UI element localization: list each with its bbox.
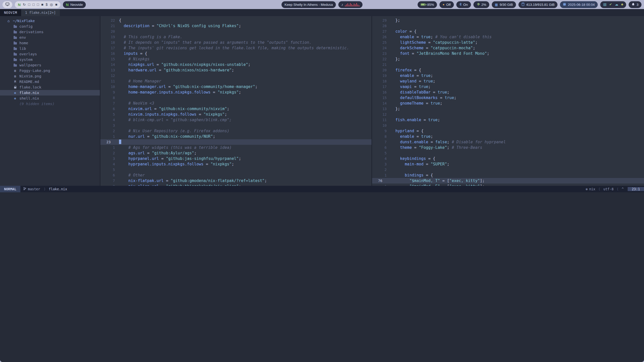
code-line[interactable]: 6 nixvim.url = "github:nix-community/nix…	[100, 106, 372, 112]
tree-item-foggy-lake-png[interactable]: ▨Foggy-Lake.png	[0, 68, 100, 73]
code-line[interactable]: 6 theme = "Foggy-Lake"; # Three-Bears	[372, 145, 644, 150]
code-line[interactable]: 18 wayland = true;	[372, 78, 644, 84]
screen-share-icon[interactable]: ▤	[603, 3, 607, 6]
tree-item-readme-md[interactable]: MREADME.md	[0, 79, 100, 84]
code-line[interactable]: 2 ags.url = "github:Aylur/ags";	[100, 150, 372, 156]
workspace-2[interactable]: □	[28, 3, 30, 6]
workspace-neovim[interactable]: N	[18, 3, 21, 7]
code-line[interactable]: 17 vaapi = true;	[372, 84, 644, 89]
tree-item-flake-nix[interactable]: ✻flake.nix	[0, 90, 100, 96]
code-line[interactable]: 2 # Nix User Repository (e.g. Firefox ad…	[100, 128, 372, 134]
code-line[interactable]: 12	[372, 112, 644, 117]
code-line[interactable]: 29 };	[372, 18, 644, 23]
code-line[interactable]: 17 # The inputs' git revisions get locke…	[100, 45, 372, 51]
code-line[interactable]: 19 # This config is a Flake.	[100, 34, 372, 40]
code-line[interactable]: 18 # It depends on "inputs" that are pas…	[100, 40, 372, 45]
battery-module[interactable]: 85%	[418, 1, 437, 8]
cpu-module[interactable]: 2%	[473, 1, 490, 8]
code-line[interactable]: 19 enable = true;	[372, 73, 644, 78]
workspace-refresh[interactable]: ↻	[23, 3, 26, 6]
code-line[interactable]: 22 };	[372, 56, 644, 62]
code-line[interactable]: 76 "$mainMod, T" = ["exec, kitty"];	[372, 178, 644, 184]
code-line[interactable]: 7 dunst.enable = false; # Disable for hy…	[372, 139, 644, 145]
code-line[interactable]: 3 main-mod = "SUPER";	[372, 161, 644, 167]
code-line[interactable]: 4 # blink-cmp.url = "github:saghen/blink…	[100, 117, 372, 123]
code-line[interactable]: 1 nur.url = "github:nix-community/NUR";	[100, 134, 372, 139]
workspace-terminal[interactable]: $	[46, 3, 48, 6]
workspace-3[interactable]: □	[32, 3, 34, 6]
media-title-pill[interactable]: Keep Shelly In Athens - Medusa	[281, 1, 336, 8]
code-line[interactable]: 5	[100, 167, 372, 172]
code-line[interactable]: 22{	[100, 18, 372, 23]
code-line[interactable]: 16 inputs = {	[100, 51, 372, 56]
tree-item-wallpapers[interactable]: wallpapers	[0, 62, 100, 68]
tree-item-overlays[interactable]: overlays	[0, 51, 100, 57]
code-line[interactable]: 6 # Other	[100, 172, 372, 178]
tree-item-env[interactable]: env	[0, 35, 100, 40]
code-line[interactable]: 1 "$mainMod, E" = ["exec, kitty"];	[372, 184, 644, 186]
code-line[interactable]: 9 home-manager.inputs.nixpkgs.follows = …	[100, 89, 372, 95]
code-line[interactable]: 25 lightScheme = "catppuccin-latte";	[372, 40, 644, 45]
tree-item-home[interactable]: home	[0, 40, 100, 46]
code-line[interactable]: 7 # NeoVim <3	[100, 101, 372, 106]
code-line[interactable]: 13 };	[372, 106, 644, 112]
code-line[interactable]: 8 nix-alien.url = "github:thiagokokada/n…	[100, 184, 372, 186]
workspace-6[interactable]: ■	[55, 3, 57, 6]
code-line[interactable]: 10 home-manager.url = "github:nix-commun…	[100, 84, 372, 89]
tree-item-derivations[interactable]: derivations	[0, 29, 100, 35]
tree-item-nixvim-png[interactable]: ▨NixVim.png	[0, 73, 100, 79]
code-line[interactable]: 24 darkScheme = "catppuccin-mocha";	[372, 45, 644, 51]
clover-icon[interactable]: ♣	[621, 3, 623, 6]
code-line[interactable]: 11 fish.enable = true;	[372, 117, 644, 123]
check-icon[interactable]: ✔	[609, 3, 612, 6]
code-line[interactable]: 12	[100, 73, 372, 78]
tree-item-lib[interactable]: lib	[0, 46, 100, 51]
bluetooth-module[interactable]: On	[456, 1, 471, 8]
active-window-pill[interactable]: N Neovide	[63, 1, 86, 8]
code-line[interactable]: 4 keybindings = {	[372, 156, 644, 161]
workspace-target[interactable]: ◎	[50, 3, 53, 6]
code-line[interactable]: 3	[100, 123, 372, 128]
code-line[interactable]: 4 hyprpanel.inputs.nixpkgs.follows = "ni…	[100, 161, 372, 167]
clock-module[interactable]: 2025-06-18 00:04	[560, 1, 598, 8]
code-line[interactable]: 21	[372, 62, 644, 67]
code-line[interactable]: 23 font = "JetBrainsMono Nerd Font Mono"…	[372, 51, 644, 56]
code-line[interactable]: 8	[100, 95, 372, 101]
code-line[interactable]: 10	[372, 123, 644, 128]
tree-item-nixflake[interactable]: ⌂~/NixFlake	[0, 18, 100, 24]
hidden-items-note[interactable]: (9 hidden items)	[0, 101, 100, 107]
code-line[interactable]: 26 enable = true; # You can't disable th…	[372, 34, 644, 40]
tree-item-config[interactable]: config	[0, 24, 100, 29]
workspace-5[interactable]: ■	[41, 3, 43, 6]
code-line[interactable]: 1 # Ags for widgets (this was a terrible…	[100, 145, 372, 150]
code-line[interactable]: 20	[100, 29, 372, 34]
code-line[interactable]: 11 # Home Manager	[100, 78, 372, 84]
tree-item-system[interactable]: system	[0, 57, 100, 62]
cloud-icon[interactable]: ☁	[615, 3, 618, 6]
code-line[interactable]: 14 nixpkgs.url = "github:nixos/nixpkgs/n…	[100, 62, 372, 67]
workspace-4[interactable]: □	[37, 3, 39, 6]
code-line[interactable]: 15 # Nixpkgs	[100, 56, 372, 62]
code-line[interactable]: 27 color = {	[372, 29, 644, 34]
notifications-module[interactable]: 3	[629, 1, 641, 8]
tree-item-shell-nix[interactable]: ✻shell.nix	[0, 96, 100, 101]
code-line[interactable]: 14 gnomeTheme = true;	[372, 101, 644, 106]
code-line[interactable]: 16 disableTabBar = true;	[372, 89, 644, 95]
code-line[interactable]: 28	[372, 23, 644, 29]
code-line[interactable]: 7 nix-flatpak.url = "github:gmodena/nix-…	[100, 178, 372, 184]
idle-inhibitor-module[interactable]: ● Off	[439, 1, 454, 8]
code-line[interactable]: 2	[372, 167, 644, 172]
code-line[interactable]: 8 enable = true;	[372, 134, 644, 139]
code-line[interactable]: 9 hyprland = {	[372, 128, 644, 134]
tree-item-flake-lock[interactable]: flake.lock	[0, 84, 100, 90]
memory-module[interactable]: ▦ 9/30 GiB	[492, 1, 516, 8]
code-line[interactable]: 5 nixvim.inputs.nixpkgs.follows = "nixpk…	[100, 112, 372, 117]
code-line[interactable]: 21 description = "ChUrl's NixOS config u…	[100, 23, 372, 29]
buffer-tab[interactable]: 1 flake.nix[2+]	[21, 9, 60, 16]
media-visualizer-pill[interactable]: ♪	[338, 1, 363, 8]
code-line[interactable]: 3 hyprpanel.url = "github:jas-singhfsu/h…	[100, 156, 372, 161]
launcher-button[interactable]	[3, 1, 12, 8]
code-line[interactable]: 1 bindings = {	[372, 172, 644, 178]
code-line[interactable]: 13 hardware.url = "github:nixos/nixos-ha…	[100, 67, 372, 73]
code-line[interactable]: 15 defaultBookmarks = true;	[372, 95, 644, 101]
